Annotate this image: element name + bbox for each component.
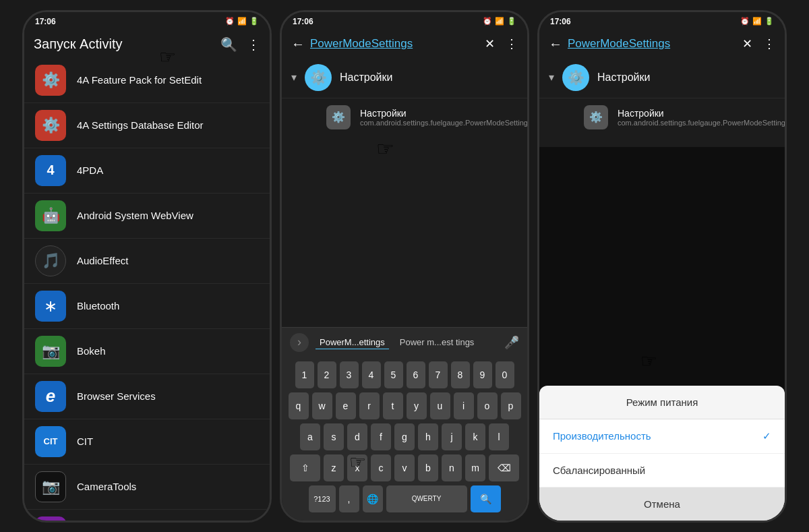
app-name: Android System WebView bbox=[77, 210, 193, 221]
list-item[interactable]: e Browser Services bbox=[24, 374, 270, 419]
list-item[interactable]: ? CaptivePortalLogin bbox=[24, 510, 270, 521]
key-space[interactable]: QWERTY bbox=[386, 485, 467, 512]
key-x[interactable]: x bbox=[347, 454, 367, 481]
key-i[interactable]: i bbox=[454, 392, 474, 419]
key-123[interactable]: ?123 bbox=[309, 485, 336, 512]
more-icon2[interactable]: ⋮ bbox=[506, 36, 518, 51]
search-icon[interactable]: 🔍 bbox=[220, 36, 237, 53]
app-icon-feature-pack: ⚙️ bbox=[35, 65, 66, 96]
list-item[interactable]: ⚙️ 4A Feature Pack for SetEdit bbox=[24, 58, 270, 103]
key-7[interactable]: 7 bbox=[429, 361, 448, 388]
back-arrow-icon3[interactable]: ← bbox=[549, 36, 562, 52]
more-icon[interactable]: ⋮ bbox=[247, 36, 260, 53]
settings-list-2: ▾ ⚙️ Настройки ⚙️ Настройки com.android.… bbox=[282, 57, 527, 327]
dialog-title: Режим питания bbox=[539, 386, 785, 419]
list-item[interactable]: 📷 Bokeh bbox=[24, 329, 270, 374]
key-d[interactable]: d bbox=[347, 423, 367, 450]
key-o[interactable]: o bbox=[477, 392, 498, 419]
bluetooth-icon: ∗ bbox=[44, 297, 57, 316]
close-icon[interactable]: ✕ bbox=[485, 36, 495, 51]
list-item[interactable]: 🤖 Android System WebView bbox=[24, 194, 270, 239]
item-subtitle-3: com.android.settings.fuelgauge.PowerMode… bbox=[618, 119, 785, 127]
settings-item-2[interactable]: ⚙️ Настройки com.android.settings.fuelga… bbox=[282, 98, 527, 136]
key-l[interactable]: l bbox=[489, 423, 509, 450]
microphone-icon[interactable]: 🎤 bbox=[504, 335, 519, 350]
key-r[interactable]: r bbox=[359, 392, 380, 419]
key-t[interactable]: t bbox=[383, 392, 403, 419]
app-name: Bokeh bbox=[77, 345, 106, 357]
key-backspace[interactable]: ⌫ bbox=[489, 454, 519, 481]
key-2[interactable]: 2 bbox=[318, 361, 336, 388]
key-q[interactable]: q bbox=[289, 392, 309, 419]
key-m[interactable]: m bbox=[465, 454, 485, 481]
autocomplete-expand-icon[interactable]: › bbox=[290, 333, 309, 352]
key-n[interactable]: n bbox=[442, 454, 462, 481]
app-icon-audio: 🎵 bbox=[35, 245, 66, 276]
list-item[interactable]: 🎵 AudioEffect bbox=[24, 239, 270, 284]
settings-gear-icon: ⚙️ bbox=[42, 71, 60, 89]
key-j[interactable]: j bbox=[442, 423, 462, 450]
key-5[interactable]: 5 bbox=[384, 361, 403, 388]
collapse-arrow-icon3[interactable]: ▾ bbox=[549, 71, 554, 84]
key-g[interactable]: g bbox=[394, 423, 415, 450]
key-y[interactable]: y bbox=[407, 392, 427, 419]
key-p[interactable]: p bbox=[501, 392, 521, 419]
key-w[interactable]: w bbox=[312, 392, 332, 419]
status-bar-1: 17:06 ⏰ 📶 🔋 bbox=[24, 12, 270, 31]
page-title-1: Запуск Activity bbox=[34, 36, 122, 52]
search-query-3[interactable]: PowerModeSettings bbox=[568, 37, 737, 51]
dialog-option-balanced[interactable]: Сбалансированный bbox=[539, 454, 785, 487]
key-f[interactable]: f bbox=[371, 423, 391, 450]
key-c[interactable]: c bbox=[371, 454, 391, 481]
app-icon-bluetooth: ∗ bbox=[35, 291, 66, 322]
settings-item-3[interactable]: ⚙️ Настройки com.android.settings.fuelga… bbox=[539, 98, 785, 136]
key-1[interactable]: 1 bbox=[295, 361, 314, 388]
key-0[interactable]: 0 bbox=[496, 361, 514, 388]
key-3[interactable]: 3 bbox=[340, 361, 359, 388]
app-icon-cit: CIT bbox=[35, 426, 66, 457]
key-u[interactable]: u bbox=[430, 392, 450, 419]
item-text-2: Настройки com.android.settings.fuelgauge… bbox=[360, 108, 527, 127]
more-icon3[interactable]: ⋮ bbox=[763, 36, 775, 51]
collapse-arrow-icon[interactable]: ▾ bbox=[291, 71, 297, 84]
list-item[interactable]: 4 4PDA bbox=[24, 148, 270, 194]
close-icon3[interactable]: ✕ bbox=[742, 36, 752, 51]
key-a[interactable]: a bbox=[300, 423, 320, 450]
back-arrow-icon[interactable]: ← bbox=[291, 36, 305, 52]
key-6[interactable]: 6 bbox=[407, 361, 425, 388]
key-z[interactable]: z bbox=[324, 454, 344, 481]
battery-icon: 🔋 bbox=[249, 17, 259, 26]
key-comma[interactable]: , bbox=[339, 485, 359, 512]
list-item[interactable]: ∗ Bluetooth bbox=[24, 284, 270, 329]
dialog-cancel-button[interactable]: Отмена bbox=[539, 487, 785, 521]
key-shift[interactable]: ⇧ bbox=[290, 454, 320, 481]
key-globe[interactable]: 🌐 bbox=[363, 485, 383, 512]
status-icons-2: ⏰ 📶 🔋 bbox=[483, 17, 516, 26]
search-query[interactable]: PowerModeSettings bbox=[310, 37, 479, 51]
autocomplete-item-1[interactable]: PowerM...ettings bbox=[316, 336, 389, 349]
key-h[interactable]: h bbox=[418, 423, 438, 450]
key-9[interactable]: 9 bbox=[473, 361, 492, 388]
key-8[interactable]: 8 bbox=[451, 361, 470, 388]
autocomplete-item-2[interactable]: Power m...est tings bbox=[396, 336, 479, 349]
key-b[interactable]: b bbox=[418, 454, 438, 481]
app-icon-browser: e bbox=[35, 381, 66, 412]
key-e[interactable]: e bbox=[336, 392, 356, 419]
android-icon: 🤖 bbox=[42, 207, 60, 225]
settings-gear2-icon: ⚙️ bbox=[42, 117, 60, 134]
list-item[interactable]: CIT CIT bbox=[24, 419, 270, 465]
key-v[interactable]: v bbox=[394, 454, 415, 481]
signal-icon2: 📶 bbox=[495, 17, 504, 26]
status-bar-2: 17:06 ⏰ 📶 🔋 bbox=[282, 12, 527, 31]
dialog-option-performance[interactable]: Производительность ✓ bbox=[539, 419, 785, 454]
key-k[interactable]: k bbox=[465, 423, 485, 450]
app-icon-android: 🤖 bbox=[35, 200, 66, 231]
list-item[interactable]: ⚙️ 4A Settings Database Editor bbox=[24, 103, 270, 148]
app-name: 4PDA bbox=[77, 165, 103, 176]
key-4[interactable]: 4 bbox=[362, 361, 381, 388]
app-icon-camera: 📷 bbox=[35, 471, 66, 502]
section-settings-icon: ⚙️ bbox=[305, 64, 332, 91]
key-search[interactable]: 🔍 bbox=[471, 485, 501, 512]
key-s[interactable]: s bbox=[324, 423, 344, 450]
list-item[interactable]: 📷 CameraTools bbox=[24, 465, 270, 510]
